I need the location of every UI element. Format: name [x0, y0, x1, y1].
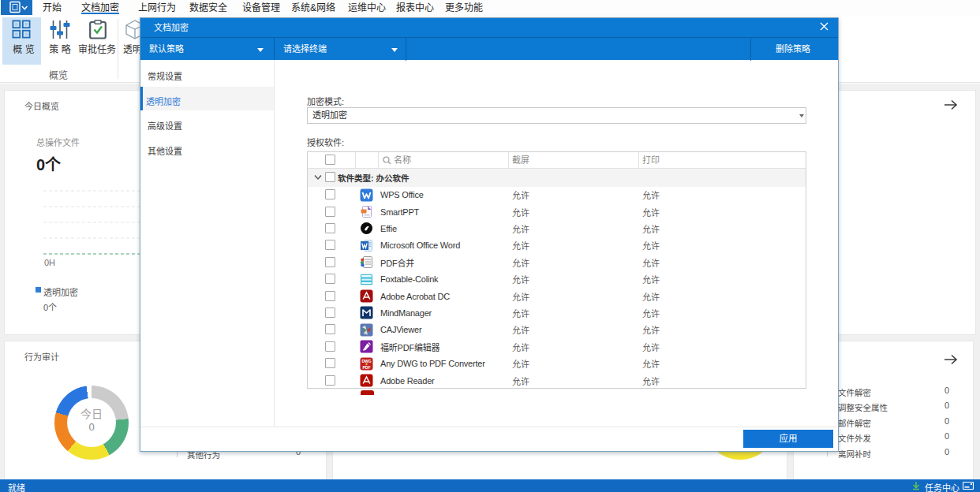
svg-text:PDF: PDF	[363, 365, 371, 370]
svg-text:DWG: DWG	[361, 358, 371, 363]
